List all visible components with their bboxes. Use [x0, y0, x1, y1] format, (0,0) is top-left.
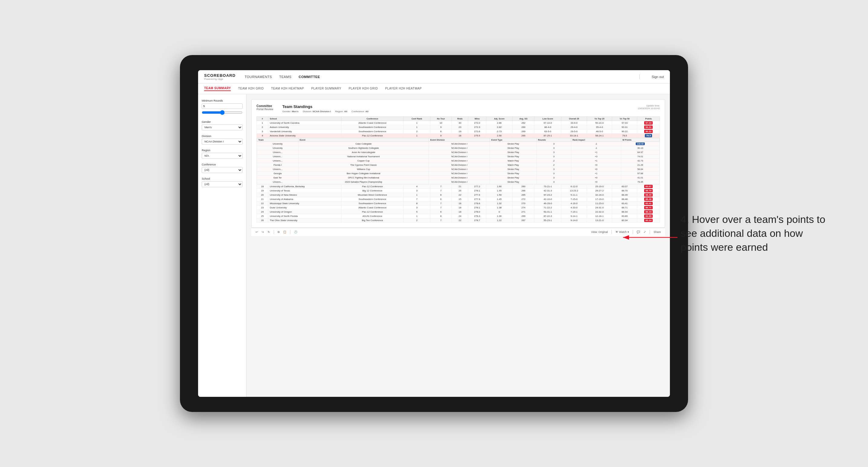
subnav-team-h2h-heatmap[interactable]: TEAM H2H HEATMAP [271, 87, 304, 91]
division-select[interactable]: NCAA Division I NCAA Division II NCAA Di… [202, 138, 243, 145]
school-select[interactable]: (All) [202, 181, 243, 187]
low: 86-4-0 [534, 125, 561, 129]
report-header: Committee Portal Review Team Standings G… [256, 104, 660, 113]
report-area: Committee Portal Review Team Standings G… [247, 94, 670, 397]
report-title-block: Committee Portal Review [256, 104, 273, 111]
sidebar-conference: Conference (All) [202, 163, 243, 173]
rank: 3 [257, 129, 268, 134]
table-row[interactable]: 2 Auburn University Southeastern Confere… [257, 125, 660, 129]
gender-select[interactable]: Men's Women's [202, 124, 243, 130]
table-row[interactable]: 1 University of North Carolina Atlantic … [257, 121, 660, 125]
conf: Atlantic Coast Conference [341, 121, 403, 125]
toolbar-div1 [274, 230, 274, 234]
copy-btn[interactable]: ⧉ [278, 230, 279, 234]
conference-select[interactable]: (All) [202, 167, 243, 173]
subnav-player-h2h-grid[interactable]: PLAYER H2H GRID [349, 87, 378, 91]
min-rounds-input[interactable] [202, 103, 243, 109]
tooltip-row-item: Florida IThe Cypress Point ClassicNCAA D… [257, 163, 660, 167]
th-rnds: Rnds [452, 117, 468, 121]
th-points: Points [637, 117, 660, 121]
filter-region-value: All [344, 110, 347, 113]
top-navigation: SCOREBOARD Powered by clippi TOURNAMENTS… [198, 70, 670, 84]
bottom-toolbar: ↩ ↪ ↻ ⧉ 📋 🕐 View: Original 👁 Watch ▾ 💬 ⤢ [251, 228, 665, 236]
tablet-screen: SCOREBOARD Powered by clippi TOURNAMENTS… [198, 70, 670, 397]
refresh-btn[interactable]: ↻ [268, 230, 270, 234]
table-row[interactable]: 26The Ohio State UniversityBig Ten Confe… [257, 218, 660, 223]
sub-navigation: TEAM SUMMARY TEAM H2H GRID TEAM H2H HEAT… [198, 84, 670, 94]
subnav-team-h2h-grid[interactable]: TEAM H2H GRID [238, 87, 264, 91]
overall: 29-5-0 [561, 129, 587, 134]
conf: Pac-12 Conference [341, 185, 403, 189]
clock-btn[interactable]: 🕐 [294, 230, 297, 234]
low: 63-5-0 [534, 129, 561, 134]
table-row-highlighted[interactable]: 4 Arizona State University Pac-12 Confer… [257, 134, 660, 138]
points[interactable]: 83.07 [637, 185, 660, 189]
school: University of California, Berkeley [268, 185, 341, 189]
no-tour: 8 [430, 129, 452, 134]
points[interactable]: 97.03 [637, 121, 660, 125]
table-row[interactable]: 3 Vanderbilt University Southeastern Con… [257, 129, 660, 134]
table-row[interactable]: 18 University of California, Berkeley Pa… [257, 185, 660, 189]
toolbar-div2 [290, 230, 290, 234]
tooltip-row-item: GeorgiaBen Hogan Collegiate Invitational… [257, 172, 660, 176]
view-original-btn[interactable]: View: Original [591, 230, 608, 234]
table-row[interactable]: 21University of AlabamaSoutheastern Conf… [257, 197, 660, 201]
th-vs25: Vs Top 25 [587, 117, 612, 121]
vs50: 79.5 [612, 134, 637, 138]
report-card: Committee Portal Review Team Standings G… [251, 99, 665, 228]
th-event-div: Event Division [429, 138, 490, 142]
conf-rank: 1 [403, 134, 430, 138]
vs50: 97.03 [612, 121, 637, 125]
rnds: 18 [452, 134, 468, 138]
tooltip-row-item: Univers...Amer An IntercollegiateNCAA Di… [257, 150, 660, 155]
paste-btn[interactable]: 📋 [283, 230, 286, 234]
th-no-tour: No Tour [430, 117, 452, 121]
adj: 2.86 [486, 121, 512, 125]
sidebar-division: Division NCAA Division I NCAA Division I… [202, 134, 243, 145]
table-row[interactable]: 19University of TexasBig 12 Conference 3… [257, 189, 660, 193]
gender-label: Gender [202, 120, 243, 123]
points[interactable]: 90.22 [637, 129, 660, 134]
rank: 2 [257, 125, 268, 129]
undo-btn[interactable]: ↩ [255, 230, 258, 234]
update-time-value: 13/03/2024 10:03:42 [638, 107, 660, 110]
school: Vanderbilt University [268, 129, 341, 134]
subnav-player-h2h-heatmap[interactable]: PLAYER H2H HEATMAP [385, 87, 422, 91]
division-label: Division [202, 134, 243, 137]
wins: 272.3 [468, 125, 486, 129]
portal-sub: Portal Review [256, 108, 273, 111]
table-row[interactable]: 25University of North FloridaASUN Confer… [257, 214, 660, 218]
min-rounds-label: Minimum Rounds [202, 99, 243, 102]
conference-label: Conference [202, 163, 243, 166]
table-row[interactable]: 20University of New MexicoMountain West … [257, 193, 660, 197]
subnav-player-summary[interactable]: PLAYER SUMMARY [311, 87, 341, 91]
tooltip-row-item: East TerOFCC Fighting Illini Invitationa… [257, 176, 660, 180]
tooltip-row-item: Univers...2023 Sahalee Players Champions… [257, 180, 660, 184]
school-label: School [202, 177, 243, 180]
redo-btn[interactable]: ↪ [261, 230, 264, 234]
sidebar-region: Region N/A All [202, 149, 243, 159]
standings-title: Team Standings [282, 104, 638, 109]
th-rank: # [257, 117, 268, 121]
nav-committee[interactable]: COMMITTEE [299, 75, 320, 79]
table-row[interactable]: 23Duke UniversityAtlantic Coast Conferen… [257, 206, 660, 210]
points[interactable]: 93.31 [637, 125, 660, 129]
th-event-type: Event Type [490, 138, 536, 142]
avg: 269 [512, 129, 534, 134]
th-conf-rank: Conf Rank [403, 117, 430, 121]
tooltip-row-item: UniversitySouthern Highlands CollegiateN… [257, 146, 660, 150]
nav-tournaments[interactable]: TOURNAMENTS [245, 75, 272, 79]
sign-out-link[interactable]: Sign out [652, 75, 664, 79]
points[interactable]: 79.5 [637, 134, 660, 138]
subnav-team-summary[interactable]: TEAM SUMMARY [204, 87, 231, 91]
nav-teams[interactable]: TEAMS [279, 75, 291, 79]
rnds: 30 [452, 121, 468, 125]
table-row[interactable]: 22Mississippi State UniversitySoutheaste… [257, 201, 660, 206]
tooltip-row-item: Univers...Copper CupNCAA Division IMatch… [257, 159, 660, 163]
tooltip-row-item: UniversityCabo CollegiateNCAA Division I… [257, 142, 660, 146]
region-select[interactable]: N/A All [202, 153, 243, 159]
th-wins: Wins [468, 117, 486, 121]
table-row[interactable]: 24University of OregonPac-12 Conference … [257, 210, 660, 214]
tooltip-table: Team Event Event Division Event Type Rou… [257, 138, 660, 184]
min-rounds-slider[interactable] [202, 110, 243, 115]
